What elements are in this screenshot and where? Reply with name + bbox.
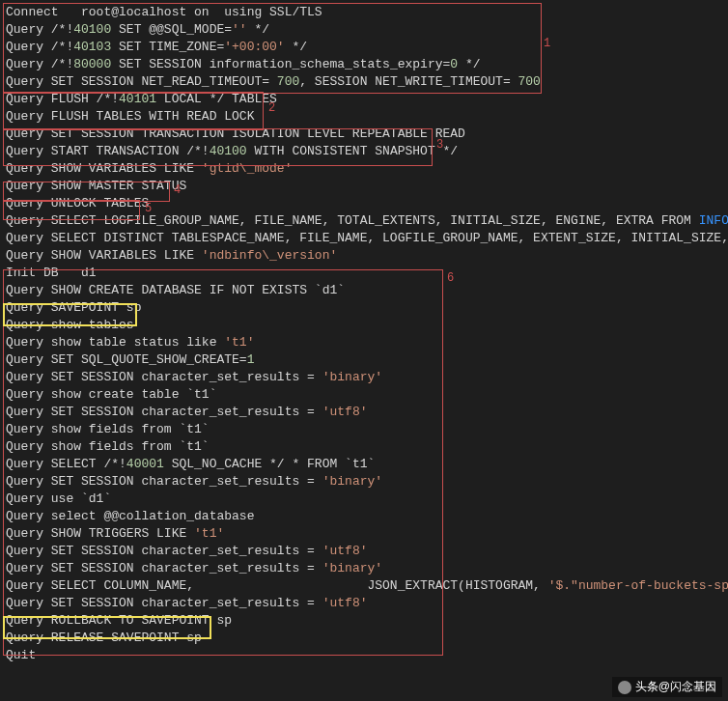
terminal-output: Connect root@localhost on using SSL/TLSQ…: [0, 0, 728, 668]
log-line: Query SELECT COLUMN_NAME, JSON_EXTRACT(H…: [6, 577, 722, 595]
anno-1: 1: [544, 37, 550, 50]
log-line: Query SHOW VARIABLES LIKE 'gtid\_mode': [6, 160, 722, 178]
log-line: Query ROLLBACK TO SAVEPOINT sp: [6, 612, 722, 630]
log-line: Query SELECT DISTINCT TABLESPACE_NAME, F…: [6, 230, 722, 247]
watermark: 头条@闪念基因: [612, 677, 722, 697]
log-line: Query UNLOCK TABLES: [6, 195, 722, 212]
log-line: Query SET SESSION NET_READ_TIMEOUT= 700,…: [6, 73, 722, 91]
log-line: Query use `d1`: [6, 491, 722, 508]
log-line: Query show create table `t1`: [6, 386, 722, 404]
log-line: Query show table status like 't1': [6, 334, 722, 351]
log-line: Query SET SESSION character_set_results …: [6, 369, 722, 386]
log-line: Query SHOW MASTER STATUS: [6, 178, 722, 195]
log-line: Query show tables: [6, 317, 722, 334]
log-line: Quit: [6, 647, 722, 664]
anno-3: 3: [436, 138, 443, 152]
log-line: Query SET SESSION character_set_results …: [6, 560, 722, 577]
log-line: Query SET SESSION character_set_results …: [6, 595, 722, 612]
log-line: Query SHOW TRIGGERS LIKE 't1': [6, 525, 722, 543]
anno-5: 5: [145, 202, 152, 215]
log-line: Query /*!40100 SET @@SQL_MODE='' */: [6, 21, 722, 39]
watermark-text: 头条@闪念基因: [635, 680, 716, 693]
anno-4: 4: [174, 183, 181, 197]
log-line: Init DB d1: [6, 265, 722, 282]
anno-6: 6: [447, 271, 454, 285]
log-line: Query SET SESSION character_set_results …: [6, 473, 722, 491]
avatar-icon: [618, 681, 631, 694]
log-line: Query select @@collation_database: [6, 508, 722, 525]
log-line: Query show fields from `t1`: [6, 421, 722, 438]
log-line: Query SET SESSION TRANSACTION ISOLATION …: [6, 126, 722, 143]
log-line: Connect root@localhost on using SSL/TLS: [6, 4, 722, 21]
log-line: Query SELECT /*!40001 SQL_NO_CACHE */ * …: [6, 456, 722, 473]
log-line: Query FLUSH /*!40101 LOCAL */ TABLES: [6, 91, 722, 108]
log-line: Query RELEASE SAVEPOINT sp: [6, 630, 722, 647]
log-line: Query SAVEPOINT sp: [6, 299, 722, 317]
log-line: Query SHOW VARIABLES LIKE 'ndbinfo\_vers…: [6, 247, 722, 265]
log-line: Query show fields from `t1`: [6, 438, 722, 456]
log-line: Query /*!40103 SET TIME_ZONE='+00:00' */: [6, 39, 722, 56]
log-line: Query FLUSH TABLES WITH READ LOCK: [6, 108, 722, 126]
log-line: Query /*!80000 SET SESSION information_s…: [6, 56, 722, 73]
log-line: Query SET SQL_QUOTE_SHOW_CREATE=1: [6, 351, 722, 369]
log-line: Query SET SESSION character_set_results …: [6, 404, 722, 421]
log-line: Query START TRANSACTION /*!40100 WITH CO…: [6, 143, 722, 160]
log-line: Query SHOW CREATE DATABASE IF NOT EXISTS…: [6, 282, 722, 299]
log-line: Query SELECT LOGFILE_GROUP_NAME, FILE_NA…: [6, 212, 722, 230]
anno-2: 2: [268, 101, 275, 115]
log-line: Query SET SESSION character_set_results …: [6, 543, 722, 560]
